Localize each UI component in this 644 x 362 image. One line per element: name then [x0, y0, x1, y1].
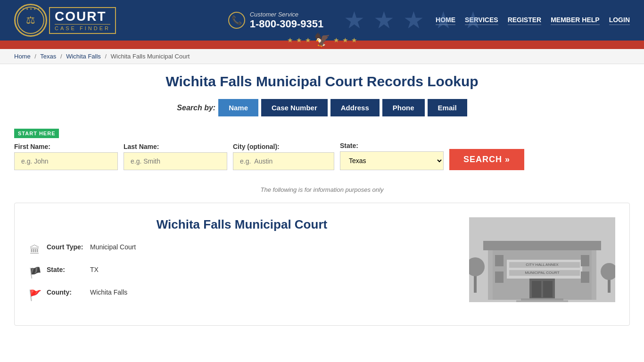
county-value: Wichita Falls — [90, 288, 127, 296]
state-label: State: — [340, 142, 444, 149]
first-name-group: First Name: — [14, 143, 118, 170]
svg-text:CITY HALL ANNEX: CITY HALL ANNEX — [526, 263, 559, 267]
logo-stars: ★ ★ ★ ★ ★ — [22, 7, 40, 10]
logo-subtitle: CASE FINDER — [55, 24, 110, 31]
state-group: State: Texas Alabama Alaska Arizona Arka… — [340, 142, 444, 170]
court-type-value: Municipal Court — [90, 243, 136, 251]
logo-title: COURT — [55, 10, 110, 23]
breadcrumb: Home / Texas / Wichita Falls / Wichita F… — [0, 49, 644, 64]
court-type-label: Court Type: — [47, 243, 84, 251]
tab-address[interactable]: Address — [330, 99, 380, 116]
bg-star-3: ★ — [403, 7, 424, 34]
bg-star-2: ★ — [373, 7, 395, 34]
bg-star-1: ★ — [344, 7, 365, 34]
court-info-box: Wichita Falls Municipal Court 🏛 Court Ty… — [14, 203, 630, 326]
svg-rect-8 — [495, 272, 504, 283]
eagle-area: ★★★ 🦅 ★★★ — [287, 31, 357, 48]
last-name-group: Last Name: — [124, 143, 227, 170]
wave-banner: ★★★ 🦅 ★★★ — [0, 41, 644, 49]
breadcrumb-sep-1: / — [34, 53, 36, 60]
page-title: Wichita Falls Municipal Court Records Lo… — [14, 74, 630, 90]
state-label-detail: State: — [47, 266, 84, 273]
bg-star-5: ★ — [462, 7, 484, 34]
svg-rect-12 — [532, 281, 541, 297]
logo-circle: ★ ★ ★ ★ ★ ⚖ — [14, 4, 47, 37]
state-select[interactable]: Texas Alabama Alaska Arizona Arkansas Ca… — [340, 151, 444, 170]
search-by-label: Search by: — [177, 104, 215, 112]
court-type-icon: 🏛 — [29, 244, 41, 256]
eagle-stars: ★★★ 🦅 ★★★ — [287, 32, 357, 48]
search-by-row: Search by: Name Case Number Address Phon… — [14, 99, 630, 116]
svg-rect-20 — [608, 279, 611, 293]
last-name-label: Last Name: — [124, 143, 227, 150]
nav-login[interactable]: LOGIN — [609, 16, 630, 25]
svg-rect-3 — [483, 241, 601, 250]
svg-rect-13 — [543, 281, 553, 297]
phone-number: 1-800-309-9351 — [250, 18, 324, 30]
phone-icon: 📞 — [228, 12, 245, 29]
court-type-row: 🏛 Court Type: Municipal Court — [29, 243, 455, 256]
county-label: County: — [47, 288, 84, 296]
breadcrumb-sep-2: / — [60, 53, 62, 60]
info-note: The following is for information purpose… — [14, 186, 630, 193]
state-value: TX — [90, 266, 99, 273]
start-here-badge: START HERE — [14, 129, 59, 138]
search-button[interactable]: SEARCH » — [449, 149, 524, 170]
svg-rect-10 — [581, 272, 589, 283]
city-input[interactable] — [233, 152, 334, 170]
phone-info: Customer Service 1-800-309-9351 — [250, 11, 324, 30]
first-name-label: First Name: — [14, 143, 118, 150]
breadcrumb-texas[interactable]: Texas — [40, 53, 56, 60]
customer-service-label: Customer Service — [250, 11, 324, 18]
city-group: City (optional): — [233, 143, 334, 170]
tab-case-number[interactable]: Case Number — [261, 99, 328, 116]
header-bg-stars: ★ ★ ★ ★ ★ — [344, 0, 484, 41]
county-icon: 🚩 — [29, 289, 41, 302]
search-form-section: START HERE First Name: Last Name: City (… — [14, 124, 630, 180]
court-info-left: Wichita Falls Municipal Court 🏛 Court Ty… — [29, 217, 455, 311]
logo-text: COURT CASE FINDER — [49, 7, 116, 34]
court-info-right: CITY HALL ANNEX MUNICIPAL COURT — [469, 217, 615, 311]
svg-rect-18 — [474, 274, 477, 293]
logo[interactable]: ★ ★ ★ ★ ★ ⚖ COURT CASE FINDER — [14, 4, 116, 37]
first-name-input[interactable] — [14, 152, 118, 170]
breadcrumb-home[interactable]: Home — [14, 53, 31, 60]
logo-emblem-icon: ⚖ — [26, 14, 35, 26]
eagle-icon: 🦅 — [314, 32, 330, 48]
svg-rect-7 — [495, 255, 504, 266]
court-box-title: Wichita Falls Municipal Court — [29, 217, 455, 232]
courthouse-image: CITY HALL ANNEX MUNICIPAL COURT — [469, 217, 615, 302]
state-icon: 🏴 — [29, 267, 41, 279]
main-content: Wichita Falls Municipal Court Records Lo… — [0, 64, 644, 335]
nav-member-help[interactable]: MEMBER HELP — [551, 16, 599, 25]
phone-area: 📞 Customer Service 1-800-309-9351 — [228, 11, 324, 30]
breadcrumb-current: Wichita Falls Municipal Court — [111, 53, 190, 60]
svg-rect-15 — [516, 300, 568, 302]
tab-phone[interactable]: Phone — [382, 99, 425, 116]
nav-register[interactable]: REGISTER — [508, 16, 542, 25]
svg-text:MUNICIPAL COURT: MUNICIPAL COURT — [525, 271, 559, 275]
last-name-input[interactable] — [124, 152, 227, 170]
county-row: 🚩 County: Wichita Falls — [29, 288, 455, 302]
breadcrumb-wichita-falls[interactable]: Wichita Falls — [66, 53, 101, 60]
state-row: 🏴 State: TX — [29, 266, 455, 279]
tab-name[interactable]: Name — [218, 99, 258, 116]
search-form-row: First Name: Last Name: City (optional): … — [14, 142, 630, 170]
tab-email[interactable]: Email — [428, 99, 467, 116]
logo-ring: ⚖ — [17, 7, 44, 34]
breadcrumb-sep-3: / — [105, 53, 107, 60]
court-photo: CITY HALL ANNEX MUNICIPAL COURT — [469, 217, 615, 302]
city-label: City (optional): — [233, 143, 334, 150]
svg-rect-9 — [581, 255, 589, 266]
bg-star-4: ★ — [433, 7, 454, 34]
